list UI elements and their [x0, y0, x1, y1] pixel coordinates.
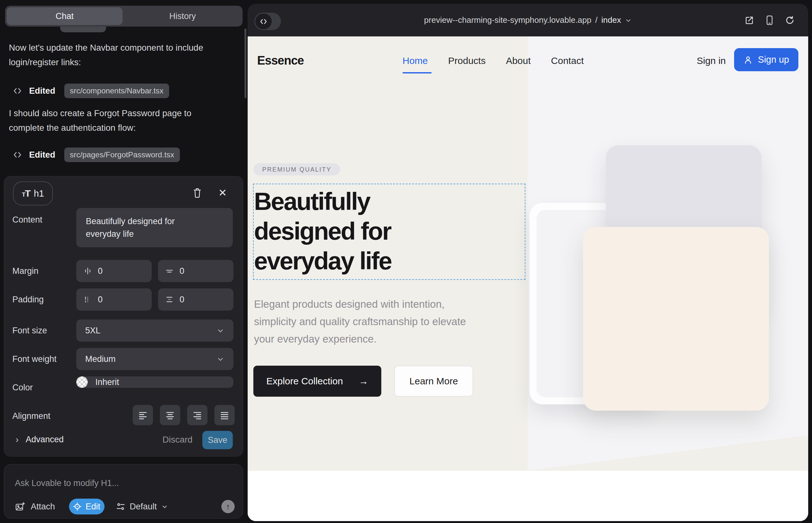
sidebar-tabbar: Chat History	[5, 6, 243, 26]
mobile-view-button[interactable]	[764, 15, 775, 26]
padding-horizontal-icon	[83, 295, 92, 304]
discard-button[interactable]: Discard	[162, 435, 193, 445]
align-left-button[interactable]	[133, 405, 153, 425]
element-tag-label: h1	[34, 188, 44, 199]
margin-horizontal-icon	[83, 267, 92, 275]
premium-quality-badge: PREMIUM QUALITY	[253, 163, 340, 175]
nav-link-products[interactable]: Products	[448, 55, 486, 66]
hero-heading[interactable]: Beautifully designed for everyday life	[254, 186, 463, 276]
mode-select[interactable]: Default	[116, 502, 169, 511]
assistant-message: I should also create a Forgot Password p…	[9, 106, 205, 135]
alignment-label: Alignment	[12, 411, 50, 421]
mode-label: Default	[130, 502, 157, 511]
site-viewport: Essence Home Products About Contact Sign…	[248, 36, 808, 521]
learn-more-button[interactable]: Learn More	[394, 366, 473, 397]
content-input[interactable]: Beautifully designed for everyday life	[76, 208, 233, 247]
margin-vertical-icon	[165, 267, 174, 275]
attach-label: Attach	[31, 502, 55, 511]
chevron-down-icon	[216, 326, 225, 335]
content-label: Content	[12, 215, 42, 225]
save-button[interactable]: Save	[202, 431, 233, 449]
edit-label: Edit	[86, 502, 100, 511]
close-editor-button[interactable]: ✕	[216, 186, 230, 200]
file-chip[interactable]: src/components/Navbar.tsx	[64, 84, 169, 98]
align-justify-button[interactable]	[214, 405, 235, 425]
url-bar[interactable]: preview--charming-site-symphony.lovable.…	[343, 4, 713, 36]
browser-preview-frame: preview--charming-site-symphony.lovable.…	[248, 4, 808, 521]
open-external-button[interactable]	[744, 15, 755, 26]
attach-button[interactable]: Attach	[15, 502, 55, 511]
sidebar-scrollbar[interactable]	[245, 29, 246, 98]
advanced-toggle[interactable]: › Advanced	[16, 434, 64, 445]
explore-collection-button[interactable]: Explore Collection →	[253, 366, 381, 397]
nav-link-contact[interactable]: Contact	[551, 55, 584, 66]
text-type-icon: TT	[22, 188, 30, 199]
tab-history[interactable]: History	[123, 6, 243, 26]
chevron-down-icon	[216, 355, 225, 363]
target-icon	[73, 502, 82, 511]
learn-more-label: Learn More	[409, 376, 458, 386]
margin-label: Margin	[12, 266, 39, 276]
advanced-label: Advanced	[26, 435, 64, 445]
sign-in-link[interactable]: Sign in	[697, 55, 726, 66]
nav-link-home[interactable]: Home	[403, 55, 428, 66]
explore-collection-label: Explore Collection	[266, 376, 343, 386]
align-center-button[interactable]	[160, 405, 180, 425]
color-picker-field[interactable]: Inherit	[76, 376, 233, 388]
edited-label: Edited	[29, 150, 55, 160]
edit-mode-button[interactable]: Edit	[69, 499, 105, 515]
margin-y-input[interactable]: 0	[158, 260, 233, 282]
sliders-icon	[116, 502, 125, 511]
refresh-button[interactable]	[784, 15, 796, 26]
active-nav-underline	[403, 72, 432, 73]
chat-sidebar: Chat History Now let's update the Navbar…	[0, 0, 247, 523]
delete-element-button[interactable]	[190, 186, 204, 200]
browser-chrome: preview--charming-site-symphony.lovable.…	[248, 4, 808, 36]
code-icon	[13, 150, 22, 160]
page-name: index	[601, 15, 621, 25]
browser-toolbar-icons	[744, 4, 796, 36]
margin-x-input[interactable]: 0	[76, 260, 152, 282]
code-preview-toggle[interactable]	[254, 13, 281, 30]
attach-image-icon	[15, 502, 25, 511]
sign-up-label: Sign up	[758, 54, 789, 65]
padding-x-input[interactable]: 0	[76, 288, 152, 310]
send-button[interactable]: ↑	[222, 500, 235, 513]
font-weight-value: Medium	[85, 354, 116, 364]
chevron-right-icon: ›	[16, 434, 19, 445]
url-separator: /	[595, 15, 598, 25]
edited-file-row: Edited src/pages/ForgotPassword.tsx	[13, 147, 180, 162]
site-logo[interactable]: Essence	[257, 54, 304, 68]
scrolled-chip-partial	[60, 26, 106, 32]
element-editor-panel: TT h1 ✕ Content Beautifully designed for…	[4, 176, 243, 456]
sign-up-button[interactable]: Sign up	[734, 48, 798, 71]
tab-history-label: History	[169, 12, 196, 21]
chevron-down-icon	[625, 17, 632, 24]
font-size-select[interactable]: 5XL	[76, 320, 233, 342]
selected-element-tag: TT h1	[13, 181, 53, 205]
section-below-hero	[248, 471, 808, 521]
file-chip[interactable]: src/pages/ForgotPassword.tsx	[64, 147, 180, 162]
edited-label: Edited	[29, 86, 55, 96]
margin-x-value: 0	[98, 266, 103, 276]
chat-input-placeholder: Ask Lovable to modify H1...	[15, 479, 119, 488]
nav-links: Home Products About Contact	[403, 55, 584, 66]
chat-input-actions: Attach Edit Default	[15, 499, 168, 515]
font-size-value: 5XL	[85, 326, 100, 336]
hero-cta-row: Explore Collection → Learn More	[253, 366, 473, 397]
align-right-button[interactable]	[187, 405, 208, 425]
padding-y-input[interactable]: 0	[158, 288, 233, 310]
chevron-down-icon	[161, 503, 168, 510]
color-label: Color	[12, 383, 33, 393]
margin-y-value: 0	[180, 266, 184, 276]
color-value: Inherit	[95, 377, 119, 387]
edited-file-row: Edited src/components/Navbar.tsx	[13, 84, 169, 98]
chat-input-box[interactable]: Ask Lovable to modify H1... Attach Edit	[4, 464, 243, 519]
padding-x-value: 0	[98, 295, 103, 305]
alignment-button-group	[133, 405, 235, 425]
nav-link-about[interactable]: About	[506, 55, 530, 66]
font-weight-select[interactable]: Medium	[76, 348, 233, 370]
decor-card-cream	[583, 227, 769, 411]
arrow-right-icon: →	[359, 376, 368, 386]
tab-chat[interactable]: Chat	[7, 7, 123, 25]
